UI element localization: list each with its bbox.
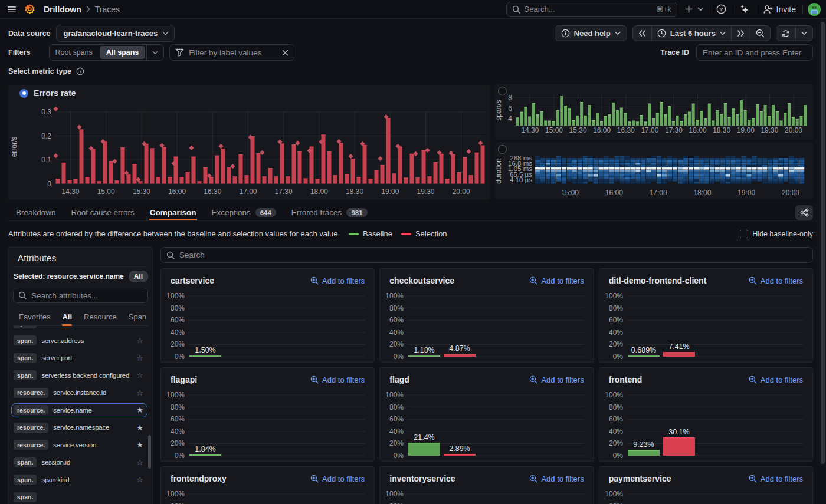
time-zoom-out-button[interactable] — [750, 26, 770, 41]
svg-text:20:00: 20:00 — [453, 187, 470, 196]
tab-exceptions[interactable]: Exceptions644 — [204, 205, 284, 220]
star-filled-icon[interactable]: ★ — [134, 406, 143, 414]
star-outline-icon[interactable]: ☆ — [134, 336, 143, 345]
tab-root-cause-errors[interactable]: Root cause errors — [64, 205, 142, 220]
star-outline-icon[interactable]: ☆ — [134, 354, 143, 363]
add-to-filters-button[interactable]: Add to filters — [749, 375, 803, 384]
hide-baseline-checkbox[interactable] — [740, 230, 748, 238]
add-to-filters-button[interactable]: Add to filters — [529, 276, 584, 285]
breadcrumb-drilldown[interactable]: Drilldown — [44, 5, 81, 14]
tab-breakdown[interactable]: Breakdown — [8, 205, 64, 220]
attribute-item-session.id[interactable]: span.session.id☆ — [11, 455, 148, 470]
attr-tab-favorites[interactable]: Favorites — [13, 308, 56, 325]
attribute-item[interactable]: span. — [11, 326, 148, 331]
add-to-filters-button[interactable]: Add to filters — [529, 375, 584, 384]
attribute-item-server.address[interactable]: span.server.address☆ — [11, 334, 148, 348]
attr-tab-all[interactable]: All — [56, 308, 78, 325]
attribute-item-serverless backend configured[interactable]: span.serverless backend configured☆ — [11, 368, 148, 383]
datasource-picker[interactable]: grafanacloud-learn-traces — [56, 25, 175, 42]
card-header: frontendproxyAdd to filters — [161, 467, 374, 483]
add-to-filters-button[interactable]: Add to filters — [310, 276, 365, 285]
card-title: ditl-demo-frontend-client — [609, 276, 707, 285]
comparison-search-input[interactable]: Search — [160, 247, 813, 263]
comparison-main: Search cartserviceAdd to filters100%80%6… — [160, 247, 813, 504]
span-rate-radio[interactable] — [498, 87, 507, 95]
invite-button[interactable]: Invite — [761, 5, 798, 14]
svg-text:80%: 80% — [171, 502, 185, 504]
span-rate-panel[interactable]: 46814:3015:0015:3016:0016:3017:0017:3018… — [495, 84, 813, 140]
duration-heatmap[interactable]: 268 ms16.8 ms1.05 ms65.5 µs4.10 µs15:001… — [495, 143, 813, 199]
errors-rate-chart[interactable]: 00.10.20.314:3015:0015:3016:0016:3017:00… — [8, 85, 490, 200]
star-filled-icon[interactable]: ★ — [134, 423, 143, 432]
add-to-filters-button[interactable]: Add to filters — [310, 475, 365, 483]
star-outline-icon[interactable]: ☆ — [134, 371, 143, 380]
refresh-button[interactable] — [776, 26, 795, 41]
grafana-logo[interactable] — [22, 2, 37, 17]
info-circle-icon[interactable] — [76, 67, 84, 75]
nav-left: Drilldown Traces — [5, 2, 120, 17]
attr-tab-span[interactable]: Span — [123, 308, 152, 325]
star-outline-icon[interactable]: ☆ — [134, 458, 143, 467]
trace-id-input[interactable]: Enter an ID and press Enter — [696, 44, 813, 61]
attribute-name: span:kind — [41, 476, 69, 483]
time-shift-forward-button[interactable] — [731, 26, 750, 41]
attribute-item-service.instance.id[interactable]: resource.service.instance.id☆ — [11, 386, 148, 400]
need-help-button[interactable]: Need help — [555, 25, 627, 41]
tab-errored-traces[interactable]: Errored traces981 — [284, 205, 375, 220]
breadcrumb-traces[interactable]: Traces — [95, 5, 120, 14]
star-outline-icon[interactable]: ☆ — [134, 388, 143, 397]
share-button[interactable] — [795, 205, 813, 220]
star-filled-icon[interactable]: ★ — [134, 440, 143, 449]
help-button[interactable]: ? — [714, 2, 729, 17]
hide-baseline-label: Hide baseline-only — [752, 230, 813, 238]
tab-comparison[interactable]: Comparison — [142, 205, 204, 220]
menu-toggle-button[interactable] — [5, 2, 19, 17]
duration-radio[interactable] — [498, 145, 507, 154]
attribute-item-service.version[interactable]: resource.service.version★ — [11, 438, 148, 453]
attribute-item-service.namespace[interactable]: resource.service.namespace★ — [11, 420, 148, 435]
page-scrollbar[interactable] — [821, 19, 825, 504]
all-attributes-button[interactable]: All — [129, 271, 148, 282]
time-shift-back-button[interactable] — [633, 26, 651, 41]
time-range-picker[interactable]: Last 6 hours — [651, 26, 731, 41]
add-to-filters-button[interactable]: Add to filters — [749, 475, 803, 483]
svg-text:80%: 80% — [389, 304, 404, 312]
errors-rate-radio[interactable] — [19, 89, 28, 98]
add-to-filters-button[interactable]: Add to filters — [310, 375, 365, 384]
label-filter-input[interactable]: Filter by label values — [169, 44, 294, 61]
tab-label: Errored traces — [291, 208, 342, 217]
star-outline-icon[interactable]: ☆ — [134, 475, 143, 484]
duration-panel[interactable]: 268 ms16.8 ms1.05 ms65.5 µs4.10 µs15:001… — [495, 143, 813, 199]
attribute-item-server.port[interactable]: span.server.port☆ — [11, 351, 148, 365]
add-to-filters-button[interactable]: Add to filters — [749, 276, 803, 285]
add-to-filters-button[interactable]: Add to filters — [529, 475, 584, 483]
span-scope-chevron[interactable] — [146, 45, 163, 60]
svg-text:0%: 0% — [175, 452, 185, 460]
add-new-chevron[interactable] — [696, 2, 706, 17]
search-plus-icon — [529, 276, 537, 285]
svg-text:1.18%: 1.18% — [414, 346, 435, 354]
span-rate-chart[interactable]: 46814:3015:0015:3016:0016:3017:0017:3018… — [495, 84, 813, 140]
errors-rate-panel[interactable]: Errors rate 00.10.20.314:3015:0015:3016:… — [8, 85, 490, 200]
add-new-button[interactable] — [683, 2, 695, 17]
refresh-interval-chevron[interactable] — [795, 26, 812, 41]
svg-text:80%: 80% — [389, 502, 404, 504]
grafana-assistant-button[interactable] — [738, 2, 752, 17]
attributes-scrollbar[interactable] — [148, 435, 151, 469]
all-spans-option[interactable]: All spans — [100, 46, 146, 59]
attribute-item-span:kind[interactable]: span.span:kind☆ — [11, 473, 148, 487]
clear-filter-icon[interactable] — [282, 50, 289, 56]
attr-tab-resource[interactable]: Resource — [78, 308, 123, 325]
global-search-input[interactable]: Search... ⌘+k — [506, 2, 677, 17]
chevron-down-icon — [697, 7, 704, 11]
comparison-card-checkoutservice: checkoutserviceAdd to filters100%80%60%4… — [379, 268, 594, 363]
datasource-value: grafanacloud-learn-traces — [64, 29, 158, 38]
page-scrollbar-thumb[interactable] — [821, 22, 825, 464]
attribute-item[interactable]: span. — [11, 490, 148, 504]
user-avatar[interactable] — [807, 2, 821, 17]
attribute-item-service.name[interactable]: resource.service.name★ — [11, 403, 148, 418]
root-spans-option[interactable]: Root spans — [50, 45, 99, 60]
svg-text:15:00: 15:00 — [561, 189, 579, 197]
share-icon — [800, 208, 809, 217]
attribute-search-input[interactable]: Search attributes... — [13, 288, 148, 303]
